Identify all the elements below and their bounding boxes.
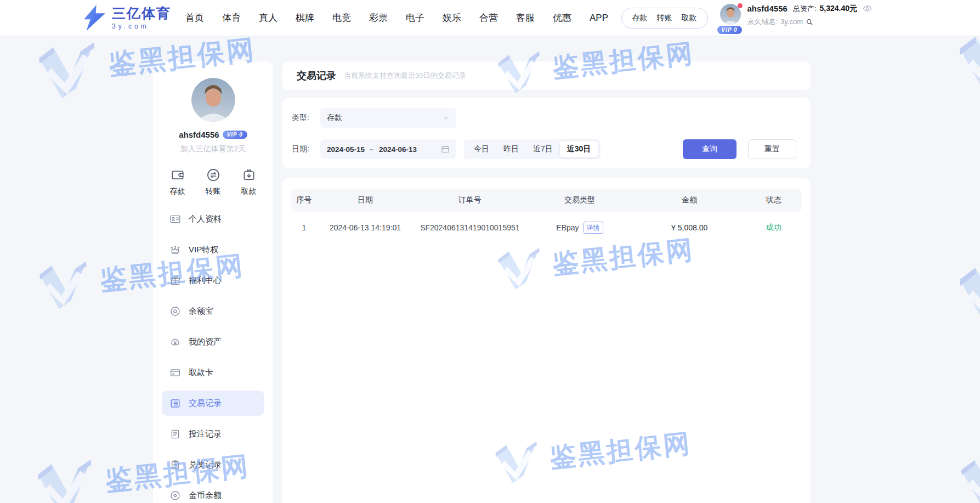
username: ahsfd4556	[747, 4, 788, 13]
watermark	[955, 449, 980, 503]
column-header: 日期	[317, 195, 414, 205]
wallet-action[interactable]: 转账	[657, 13, 672, 23]
quick-range[interactable]: 昨日	[496, 141, 526, 157]
wallet-action[interactable]: 取款	[682, 13, 697, 23]
quick-range[interactable]: 今日	[467, 141, 496, 157]
nav-item[interactable]: 电子	[406, 12, 424, 24]
domain-value: 3y.com	[780, 18, 803, 26]
cell-amount: ¥ 5,008.00	[633, 223, 746, 232]
wallet-action[interactable]: 存款	[632, 13, 648, 23]
nav-item[interactable]: 优惠	[553, 12, 571, 24]
column-header: 金额	[633, 195, 746, 205]
profile-section: ahsfd4556 VIP 0 加入三亿体育第2天	[153, 61, 273, 154]
type-select[interactable]: 存款	[320, 108, 456, 128]
profile-icon	[169, 213, 181, 225]
assets-label: 总资产:	[793, 4, 817, 14]
reset-button[interactable]: 重置	[748, 139, 796, 159]
detail-button[interactable]: 详情	[584, 222, 603, 234]
redeem-icon	[169, 459, 181, 471]
menu-item-label: 福利中心	[189, 275, 222, 286]
page-title: 交易记录	[297, 69, 336, 82]
watermark-logo-icon	[32, 36, 104, 103]
menu-item[interactable]: 余额宝	[162, 298, 264, 324]
date-separator: ~	[370, 145, 374, 154]
transactions-icon	[169, 398, 181, 409]
logo[interactable]: 三亿体育 3y.com	[82, 5, 171, 31]
user-info: ahsfd4556 总资产: 5,324.40元 永久域名: 3y.com	[747, 4, 873, 27]
search-button[interactable]: 查询	[683, 139, 737, 159]
eye-icon[interactable]	[863, 4, 872, 13]
nav-item[interactable]: 合营	[479, 12, 498, 24]
sidebar-quick-actions: 存款 转账 取款	[153, 154, 273, 200]
cell-date: 2024-06-13 14:19:01	[317, 223, 414, 232]
assets-icon	[169, 336, 181, 348]
watermark-logo-icon	[31, 453, 100, 503]
quick-action[interactable]: 取款	[241, 168, 257, 196]
menu-item-label: 余额宝	[189, 306, 213, 317]
assets-value: 5,324.40元	[820, 4, 858, 14]
nav-item[interactable]: 体育	[222, 12, 241, 24]
filters-card: 类型: 存款 日期: 2024-05-15 ~ 2024-06-13 今日昨日近…	[282, 98, 811, 168]
menu-item-label: 个人资料	[189, 214, 222, 224]
coins-icon	[169, 490, 181, 501]
cell-status: 成功	[746, 223, 802, 233]
nav-item[interactable]: 真人	[259, 12, 277, 24]
menu-item-label: 金币余额	[189, 490, 222, 501]
logo-icon	[82, 5, 106, 31]
search-icon[interactable]	[806, 18, 813, 26]
column-header: 交易类型	[526, 195, 633, 205]
quick-action-label: 存款	[170, 186, 185, 196]
date-range-input[interactable]: 2024-05-15 ~ 2024-06-13	[320, 139, 456, 159]
quick-range[interactable]: 近30日	[560, 141, 598, 157]
watermark-logo-icon	[33, 256, 94, 313]
quick-action[interactable]: 存款	[170, 168, 185, 196]
nav-item[interactable]: APP	[590, 13, 608, 24]
quick-range[interactable]: 近7日	[526, 141, 560, 157]
vip-icon	[169, 244, 181, 256]
menu-item[interactable]: 投注记录	[162, 421, 264, 447]
quick-action[interactable]: 转账	[206, 168, 221, 196]
column-header: 状态	[746, 195, 802, 205]
menu-item[interactable]: 我的资产	[162, 329, 264, 354]
avatar[interactable]: VIP 0	[720, 4, 742, 32]
withdraw-icon	[242, 168, 256, 182]
main-nav: 首页体育真人棋牌电竞彩票电子娱乐合营客服优惠APP	[185, 0, 608, 36]
transaction-type: EBpay	[556, 223, 579, 232]
sidebar-menu: 个人资料 VIP特权 福利中心 余额宝 我的资产	[153, 206, 273, 503]
nav-item[interactable]: 娱乐	[443, 12, 461, 24]
type-select-value: 存款	[327, 113, 342, 123]
profile-username: ahsfd4556	[179, 130, 219, 139]
table-row: 1 2024-06-13 14:19:01 SF2024061314190100…	[291, 212, 802, 244]
table-body: 1 2024-06-13 14:19:01 SF2024061314190100…	[291, 212, 802, 244]
nav-item[interactable]: 首页	[185, 12, 204, 24]
nav-item[interactable]: 彩票	[369, 12, 388, 24]
nav-item[interactable]: 棋牌	[296, 12, 314, 24]
column-header: 序号	[291, 195, 317, 205]
watermark	[952, 255, 980, 329]
menu-item[interactable]: 交易记录	[162, 391, 264, 416]
cell-type: EBpay 详情	[526, 222, 633, 234]
nav-item[interactable]: 客服	[516, 12, 535, 24]
table-header: 序号日期订单号交易类型金额状态	[291, 189, 802, 212]
vip-badge: VIP 0	[717, 26, 742, 34]
chevron-down-icon	[442, 114, 450, 122]
nav-item[interactable]: 电竞	[332, 12, 351, 24]
menu-item-label: 交易记录	[189, 398, 222, 409]
cell-order-no: SF202406131419010015951	[413, 223, 526, 232]
navbar: 三亿体育 3y.com 首页体育真人棋牌电竞彩票电子娱乐合营客服优惠APP 存款…	[0, 0, 980, 36]
menu-item-label: 兑奖记录	[189, 460, 222, 470]
menu-item[interactable]: 兑奖记录	[162, 452, 264, 477]
card-icon	[169, 367, 181, 378]
menu-item[interactable]: 个人资料	[162, 206, 264, 231]
user-block[interactable]: VIP 0 ahsfd4556 总资产: 5,324.40元 永久域名: 3y.…	[720, 4, 873, 32]
quick-action-label: 取款	[241, 186, 257, 196]
profile-avatar[interactable]	[191, 78, 235, 122]
menu-item[interactable]: 取款卡	[162, 360, 264, 385]
watermark-logo-icon	[952, 255, 980, 329]
menu-item[interactable]: VIP特权	[162, 237, 264, 262]
domain-label: 永久域名:	[747, 17, 778, 27]
menu-item[interactable]: 福利中心	[162, 268, 264, 293]
menu-item[interactable]: 金币余额	[162, 483, 264, 503]
column-header: 订单号	[413, 195, 526, 205]
type-label: 类型:	[292, 113, 316, 123]
